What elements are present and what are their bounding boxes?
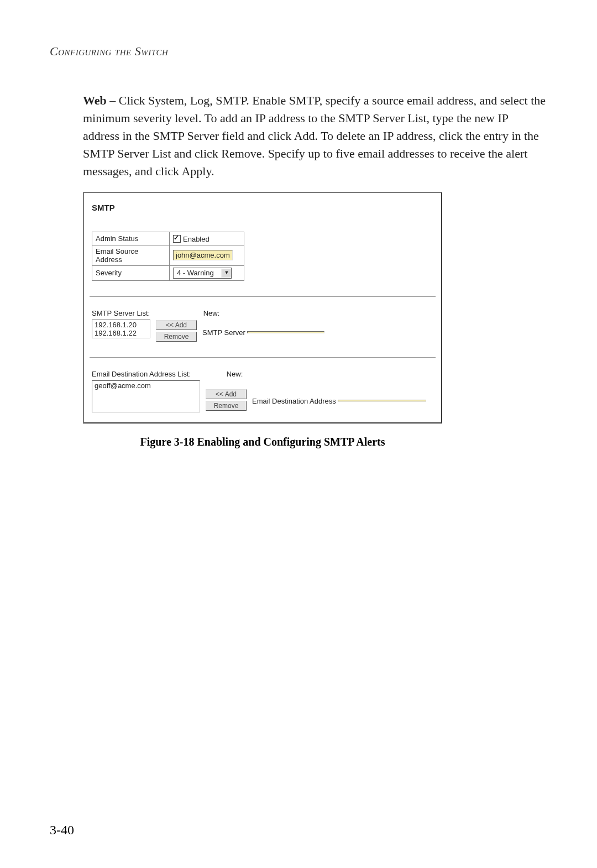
figure-caption: Figure 3-18 Enabling and Configuring SMT… — [83, 436, 442, 448]
dest-add-button[interactable]: << Add — [206, 389, 247, 399]
enabled-label: Enabled — [183, 235, 210, 243]
email-source-row: Email Source Address john@acme.com — [92, 245, 244, 265]
severity-label: Severity — [92, 265, 170, 280]
dest-field-label: Email Destination Address — [252, 397, 336, 405]
list-item[interactable]: geoff@acme.com — [93, 381, 198, 390]
server-new-label: New: — [203, 309, 220, 317]
list-item[interactable]: 192.168.1.20 — [93, 321, 149, 329]
section-heading: Configuring the Switch — [50, 44, 558, 59]
server-list-block: SMTP Server List: New: 192.168.1.20 192.… — [92, 309, 436, 342]
severity-row: Severity 4 - Warning ▼ — [92, 265, 244, 280]
email-source-input[interactable]: john@acme.com — [173, 250, 233, 260]
chevron-down-icon: ▼ — [222, 269, 231, 278]
dest-remove-button[interactable]: Remove — [206, 401, 247, 411]
dest-listbox[interactable]: geoff@acme.com — [92, 380, 200, 412]
smtp-config-panel: SMTP Admin Status Enabled Email Source A… — [83, 192, 442, 423]
list-item[interactable]: 192.168.1.22 — [93, 329, 149, 337]
paragraph-lead: Web — [83, 93, 107, 107]
smtp-server-input[interactable] — [247, 331, 324, 333]
server-list-label: SMTP Server List: — [92, 309, 164, 317]
instruction-paragraph: Web – Click System, Log, SMTP. Enable SM… — [83, 92, 547, 180]
severity-value: 4 - Warning — [174, 269, 222, 277]
smtp-server-field-label: SMTP Server — [202, 328, 245, 337]
paragraph-rest: – Click System, Log, SMTP. Enable SMTP, … — [83, 93, 546, 178]
admin-status-cell: Enabled — [170, 232, 244, 245]
dest-address-input[interactable] — [338, 400, 426, 402]
checkbox-icon — [173, 235, 181, 243]
server-listbox[interactable]: 192.168.1.20 192.168.1.22 — [92, 320, 150, 338]
dest-new-label: New: — [227, 370, 243, 378]
settings-table: Admin Status Enabled Email Source Addres… — [92, 232, 244, 280]
page-number: 3-40 — [50, 823, 74, 838]
server-remove-button[interactable]: Remove — [156, 332, 197, 342]
email-source-label: Email Source Address — [92, 245, 170, 265]
dest-list-block: Email Destination Address List: New: geo… — [92, 370, 436, 412]
divider — [90, 357, 436, 358]
divider — [90, 296, 436, 297]
server-add-button[interactable]: << Add — [156, 320, 197, 330]
admin-status-label: Admin Status — [92, 232, 170, 245]
admin-status-checkbox[interactable]: Enabled — [173, 235, 210, 243]
panel-title: SMTP — [92, 203, 436, 212]
dest-list-label: Email Destination Address List: — [92, 370, 224, 378]
severity-select[interactable]: 4 - Warning ▼ — [173, 268, 232, 279]
admin-status-row: Admin Status Enabled — [92, 232, 244, 245]
